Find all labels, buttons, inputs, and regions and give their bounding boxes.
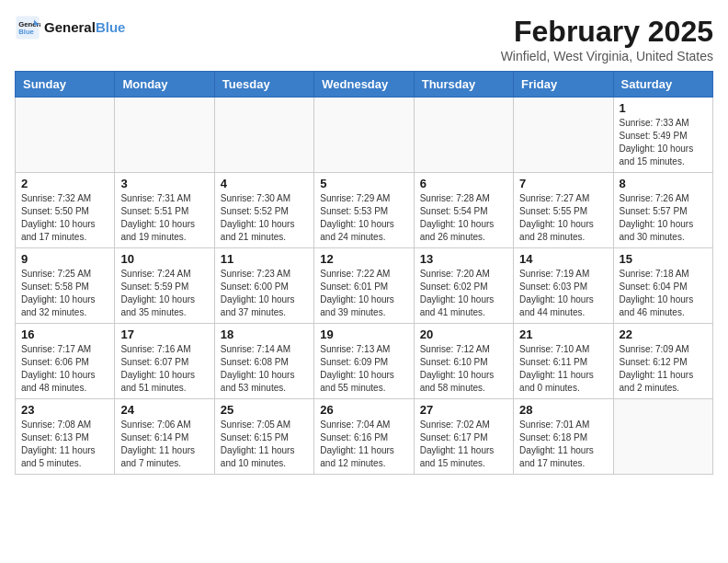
day-number: 1 xyxy=(620,101,707,115)
day-number: 4 xyxy=(221,177,308,190)
day-info: Sunrise: 7:19 AM Sunset: 6:03 PM Dayligh… xyxy=(519,268,607,319)
col-tuesday: Tuesday xyxy=(214,72,313,98)
day-number: 15 xyxy=(620,252,707,266)
calendar-week-row: 16Sunrise: 7:17 AM Sunset: 6:06 PM Dayli… xyxy=(16,324,713,399)
day-number: 17 xyxy=(120,327,208,341)
table-row: 20Sunrise: 7:12 AM Sunset: 6:10 PM Dayli… xyxy=(414,324,513,399)
day-number: 13 xyxy=(420,252,507,266)
col-sunday: Sunday xyxy=(16,72,115,98)
day-number: 2 xyxy=(21,177,108,190)
day-info: Sunrise: 7:29 AM Sunset: 5:53 PM Dayligh… xyxy=(320,192,407,244)
day-number: 6 xyxy=(420,177,507,190)
table-row: 9Sunrise: 7:25 AM Sunset: 5:58 PM Daylig… xyxy=(16,248,115,324)
logo-blue: Blue xyxy=(96,19,126,35)
svg-text:Blue: Blue xyxy=(18,28,34,36)
day-info: Sunrise: 7:04 AM Sunset: 6:16 PM Dayligh… xyxy=(320,419,407,470)
table-row xyxy=(514,98,613,173)
table-row: 23Sunrise: 7:08 AM Sunset: 6:13 PM Dayli… xyxy=(16,399,115,475)
day-number: 21 xyxy=(519,327,607,341)
day-number: 16 xyxy=(21,327,108,341)
table-row: 14Sunrise: 7:19 AM Sunset: 6:03 PM Dayli… xyxy=(514,248,613,324)
day-number: 18 xyxy=(221,327,308,341)
day-info: Sunrise: 7:09 AM Sunset: 6:12 PM Dayligh… xyxy=(620,343,707,395)
calendar-week-row: 2Sunrise: 7:32 AM Sunset: 5:50 PM Daylig… xyxy=(16,173,713,248)
table-row: 18Sunrise: 7:14 AM Sunset: 6:08 PM Dayli… xyxy=(214,324,313,399)
day-number: 11 xyxy=(221,252,308,266)
table-row: 26Sunrise: 7:04 AM Sunset: 6:16 PM Dayli… xyxy=(314,399,414,475)
day-number: 5 xyxy=(320,177,407,190)
day-info: Sunrise: 7:05 AM Sunset: 6:15 PM Dayligh… xyxy=(221,419,308,470)
day-info: Sunrise: 7:24 AM Sunset: 5:59 PM Dayligh… xyxy=(120,268,208,319)
day-info: Sunrise: 7:16 AM Sunset: 6:07 PM Dayligh… xyxy=(120,343,208,395)
day-info: Sunrise: 7:28 AM Sunset: 5:54 PM Dayligh… xyxy=(420,192,507,244)
day-number: 7 xyxy=(519,177,607,190)
col-thursday: Thursday xyxy=(414,72,513,98)
table-row: 27Sunrise: 7:02 AM Sunset: 6:17 PM Dayli… xyxy=(414,399,513,475)
table-row: 25Sunrise: 7:05 AM Sunset: 6:15 PM Dayli… xyxy=(214,399,313,475)
day-info: Sunrise: 7:12 AM Sunset: 6:10 PM Dayligh… xyxy=(420,343,507,395)
day-number: 3 xyxy=(120,177,208,190)
day-info: Sunrise: 7:08 AM Sunset: 6:13 PM Dayligh… xyxy=(21,419,108,470)
table-row: 10Sunrise: 7:24 AM Sunset: 5:59 PM Dayli… xyxy=(115,248,214,324)
day-number: 22 xyxy=(620,327,707,341)
day-info: Sunrise: 7:22 AM Sunset: 6:01 PM Dayligh… xyxy=(320,268,407,319)
table-row xyxy=(214,98,313,173)
day-info: Sunrise: 7:25 AM Sunset: 5:58 PM Dayligh… xyxy=(21,268,108,319)
table-row: 24Sunrise: 7:06 AM Sunset: 6:14 PM Dayli… xyxy=(115,399,214,475)
day-number: 12 xyxy=(320,252,407,266)
table-row: 15Sunrise: 7:18 AM Sunset: 6:04 PM Dayli… xyxy=(613,248,712,324)
calendar-week-row: 9Sunrise: 7:25 AM Sunset: 5:58 PM Daylig… xyxy=(16,248,713,324)
calendar-week-row: 23Sunrise: 7:08 AM Sunset: 6:13 PM Dayli… xyxy=(16,399,713,475)
table-row: 16Sunrise: 7:17 AM Sunset: 6:06 PM Dayli… xyxy=(16,324,115,399)
table-row: 3Sunrise: 7:31 AM Sunset: 5:51 PM Daylig… xyxy=(115,173,214,248)
day-number: 23 xyxy=(21,403,108,417)
table-row: 12Sunrise: 7:22 AM Sunset: 6:01 PM Dayli… xyxy=(314,248,414,324)
col-monday: Monday xyxy=(115,72,214,98)
table-row: 11Sunrise: 7:23 AM Sunset: 6:00 PM Dayli… xyxy=(214,248,313,324)
day-info: Sunrise: 7:14 AM Sunset: 6:08 PM Dayligh… xyxy=(221,343,308,395)
table-row: 7Sunrise: 7:27 AM Sunset: 5:55 PM Daylig… xyxy=(514,173,613,248)
day-number: 9 xyxy=(21,252,108,266)
day-info: Sunrise: 7:01 AM Sunset: 6:18 PM Dayligh… xyxy=(519,419,607,470)
col-wednesday: Wednesday xyxy=(314,72,414,98)
table-row: 17Sunrise: 7:16 AM Sunset: 6:07 PM Dayli… xyxy=(115,324,214,399)
day-info: Sunrise: 7:33 AM Sunset: 5:49 PM Dayligh… xyxy=(620,117,707,168)
table-row: 22Sunrise: 7:09 AM Sunset: 6:12 PM Dayli… xyxy=(613,324,712,399)
logo-icon: General Blue xyxy=(15,15,40,40)
table-row: 1Sunrise: 7:33 AM Sunset: 5:49 PM Daylig… xyxy=(613,98,712,173)
table-row xyxy=(115,98,214,173)
table-row xyxy=(414,98,513,173)
day-info: Sunrise: 7:31 AM Sunset: 5:51 PM Dayligh… xyxy=(120,192,208,244)
table-row: 8Sunrise: 7:26 AM Sunset: 5:57 PM Daylig… xyxy=(613,173,712,248)
table-row xyxy=(613,399,712,475)
day-number: 25 xyxy=(221,403,308,417)
day-number: 27 xyxy=(420,403,507,417)
day-number: 19 xyxy=(320,327,407,341)
calendar-header-row: Sunday Monday Tuesday Wednesday Thursday… xyxy=(16,72,713,98)
day-info: Sunrise: 7:30 AM Sunset: 5:52 PM Dayligh… xyxy=(221,192,308,244)
day-info: Sunrise: 7:18 AM Sunset: 6:04 PM Dayligh… xyxy=(620,268,707,319)
day-info: Sunrise: 7:10 AM Sunset: 6:11 PM Dayligh… xyxy=(519,343,607,395)
day-info: Sunrise: 7:13 AM Sunset: 6:09 PM Dayligh… xyxy=(320,343,407,395)
day-info: Sunrise: 7:17 AM Sunset: 6:06 PM Dayligh… xyxy=(21,343,108,395)
table-row xyxy=(314,98,414,173)
day-number: 10 xyxy=(120,252,208,266)
day-number: 26 xyxy=(320,403,407,417)
logo-general: General xyxy=(44,19,96,35)
table-row: 19Sunrise: 7:13 AM Sunset: 6:09 PM Dayli… xyxy=(314,324,414,399)
day-info: Sunrise: 7:26 AM Sunset: 5:57 PM Dayligh… xyxy=(620,192,707,244)
day-number: 14 xyxy=(519,252,607,266)
day-number: 8 xyxy=(620,177,707,190)
location-subtitle: Winfield, West Virginia, United States xyxy=(501,49,713,63)
table-row: 5Sunrise: 7:29 AM Sunset: 5:53 PM Daylig… xyxy=(314,173,414,248)
col-friday: Friday xyxy=(514,72,613,98)
table-row: 4Sunrise: 7:30 AM Sunset: 5:52 PM Daylig… xyxy=(214,173,313,248)
calendar-table: Sunday Monday Tuesday Wednesday Thursday… xyxy=(15,71,713,475)
table-row xyxy=(16,98,115,173)
day-info: Sunrise: 7:23 AM Sunset: 6:00 PM Dayligh… xyxy=(221,268,308,319)
title-area: February 2025 Winfield, West Virginia, U… xyxy=(501,15,713,63)
day-info: Sunrise: 7:06 AM Sunset: 6:14 PM Dayligh… xyxy=(120,419,208,470)
logo: General Blue GeneralBlue xyxy=(15,15,125,40)
table-row: 21Sunrise: 7:10 AM Sunset: 6:11 PM Dayli… xyxy=(514,324,613,399)
day-info: Sunrise: 7:02 AM Sunset: 6:17 PM Dayligh… xyxy=(420,419,507,470)
